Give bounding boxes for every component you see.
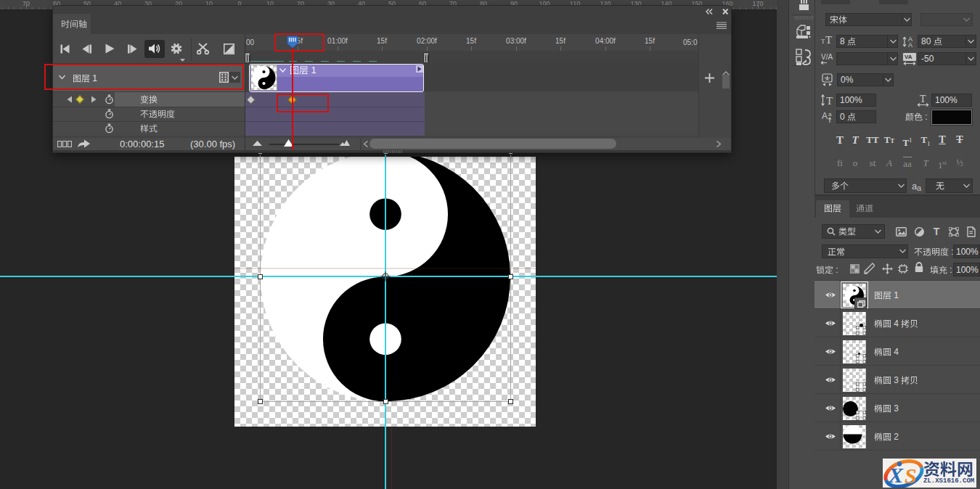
svg-text:X: X bbox=[888, 463, 904, 487]
svg-text:S: S bbox=[905, 464, 917, 488]
svg-text:A: A bbox=[822, 111, 828, 121]
svg-text:a: a bbox=[828, 111, 832, 118]
svg-text:T: T bbox=[826, 95, 833, 107]
svg-text:V/A: V/A bbox=[821, 53, 833, 61]
svg-text:A: A bbox=[908, 41, 912, 48]
svg-text:T: T bbox=[920, 94, 926, 104]
